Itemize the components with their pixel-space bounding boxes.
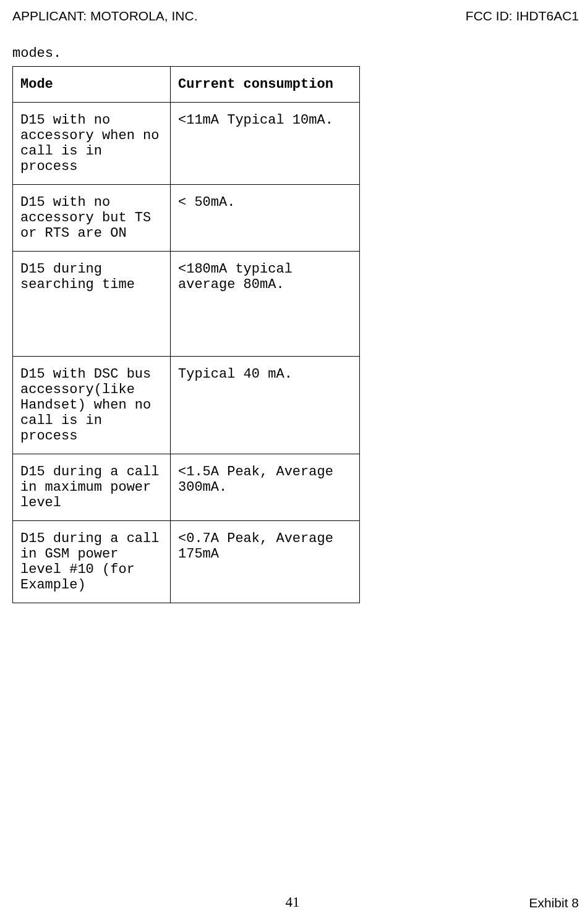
cell-consumption: <1.5A Peak, Average 300mA. (171, 454, 360, 521)
cell-mode: D15 during a call in GSM power level #10… (13, 521, 171, 603)
cell-mode: D15 with no accessory but TS or RTS are … (13, 185, 171, 252)
header-mode: Mode (13, 67, 171, 103)
exhibit-label: Exhibit 8 (529, 896, 579, 910)
cell-mode: D15 with DSC bus accessory(like Handset)… (13, 357, 171, 454)
cell-consumption: < 50mA. (171, 185, 360, 252)
page-number: 41 (0, 894, 585, 910)
fcc-id: FCC ID: IHDT6AC1 (466, 9, 579, 23)
table-row: D15 during a call in maximum power level… (13, 454, 360, 521)
document-header: APPLICANT: MOTOROLA, INC. FCC ID: IHDT6A… (0, 0, 585, 23)
cell-consumption: <11mA Typical 10mA. (171, 103, 360, 185)
header-consumption: Current consumption (171, 67, 360, 103)
table-row: D15 with DSC bus accessory(like Handset)… (13, 357, 360, 454)
cell-consumption: <0.7A Peak, Average 175mA (171, 521, 360, 603)
table-row: D15 during a call in GSM power level #10… (13, 521, 360, 603)
cell-mode: D15 with no accessory when no call is in… (13, 103, 171, 185)
applicant-label: APPLICANT: MOTOROLA, INC. (12, 9, 198, 23)
table-header-row: Mode Current consumption (13, 67, 360, 103)
modes-caption: modes. (0, 23, 585, 66)
cell-mode: D15 during searching time (13, 252, 171, 357)
cell-consumption: Typical 40 mA. (171, 357, 360, 454)
current-consumption-table: Mode Current consumption D15 with no acc… (12, 66, 360, 603)
table-row: D15 during searching time <180mA typical… (13, 252, 360, 357)
cell-consumption: <180mA typical average 80mA. (171, 252, 360, 357)
table-row: D15 with no accessory when no call is in… (13, 103, 360, 185)
table-row: D15 with no accessory but TS or RTS are … (13, 185, 360, 252)
cell-mode: D15 during a call in maximum power level (13, 454, 171, 521)
